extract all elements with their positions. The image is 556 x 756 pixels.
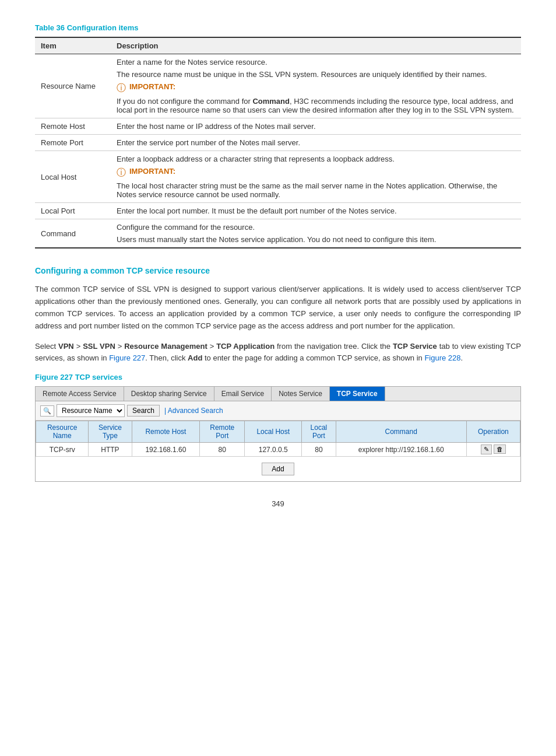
description-cell: Enter a loopback address or a character … (111, 151, 521, 203)
description-cell: Enter the service port number of the Not… (111, 135, 521, 151)
description-cell: Configure the command for the resource. … (111, 219, 521, 249)
figure-screenshot: Remote Access Service Desktop sharing Se… (35, 386, 521, 482)
tcp-section: Configuring a common TCP service resourc… (35, 266, 521, 482)
important-icon: ⓘ (117, 167, 126, 178)
desc-text: The local host character string must be … (117, 181, 515, 199)
important-label: IMPORTANT: (129, 82, 175, 91)
cell-local-port: 80 (302, 443, 336, 457)
page-number: 349 (35, 499, 521, 508)
cell-command: explorer http://192.168.1.60 (336, 443, 466, 457)
table-row: TCP-srv HTTP 192.168.1.60 80 127.0.0.5 8… (36, 443, 520, 457)
tab-remote-access-service[interactable]: Remote Access Service (36, 387, 124, 401)
important-label: IMPORTANT: (129, 167, 175, 176)
tab-email-service[interactable]: Email Service (214, 387, 272, 401)
col-local-port: LocalPort (302, 421, 336, 443)
table-row: Remote Port Enter the service port numbe… (35, 135, 521, 151)
desc-text: Enter a name for the Notes service resou… (117, 58, 515, 66)
col-header-description: Description (111, 37, 521, 54)
cell-local-host: 127.0.0.5 (245, 443, 302, 457)
tcp-services-table: ResourceName ServiceType Remote Host Rem… (36, 421, 520, 457)
advanced-search-link[interactable]: | Advanced Search (164, 407, 223, 415)
config-table: Item Description Resource Name Enter a n… (35, 37, 521, 249)
subsection-title: Configuring a common TCP service resourc… (35, 266, 521, 275)
table-row: Local Port Enter the local port number. … (35, 203, 521, 219)
figure-227-link[interactable]: Figure 227 (109, 354, 145, 362)
col-service-type: ServiceType (89, 421, 132, 443)
important-notice: ⓘ IMPORTANT: (117, 167, 515, 178)
desc-text: Configure the command for the resource. (117, 223, 515, 232)
search-dropdown[interactable]: Resource Name (57, 404, 125, 417)
table-row: Command Configure the command for the re… (35, 219, 521, 249)
item-label: Resource Name (35, 54, 111, 118)
tab-notes-service[interactable]: Notes Service (272, 387, 330, 401)
cell-remote-host: 192.168.1.60 (132, 443, 200, 457)
item-label: Local Host (35, 151, 111, 203)
table-section: Table 36 Configuration items Item Descri… (35, 23, 521, 249)
col-command: Command (336, 421, 466, 443)
table-row: Resource Name Enter a name for the Notes… (35, 54, 521, 118)
search-bar: 🔍 Resource Name Search | Advanced Search (36, 401, 520, 421)
tabs-bar: Remote Access Service Desktop sharing Se… (36, 387, 520, 401)
description-cell: Enter a name for the Notes service resou… (111, 54, 521, 118)
table-row: Local Host Enter a loopback address or a… (35, 151, 521, 203)
delete-button[interactable]: 🗑 (494, 444, 506, 454)
col-operation: Operation (466, 421, 520, 443)
col-remote-host: Remote Host (132, 421, 200, 443)
edit-button[interactable]: ✎ (481, 444, 492, 454)
search-icon: 🔍 (40, 405, 54, 416)
tab-desktop-sharing-service[interactable]: Desktop sharing Service (124, 387, 214, 401)
col-local-host: Local Host (245, 421, 302, 443)
table-row: Remote Host Enter the host name or IP ad… (35, 118, 521, 135)
item-label: Remote Port (35, 135, 111, 151)
col-remote-port: RemotePort (200, 421, 245, 443)
col-resource-name: ResourceName (36, 421, 89, 443)
cell-resource-name: TCP-srv (36, 443, 89, 457)
add-button[interactable]: Add (262, 463, 294, 475)
search-button[interactable]: Search (127, 405, 160, 416)
col-header-item: Item (35, 37, 111, 54)
desc-text: Enter a loopback address or a character … (117, 155, 515, 163)
body-paragraph-2: Select VPN > SSL VPN > Resource Manageme… (35, 341, 521, 365)
item-label: Remote Host (35, 118, 111, 135)
important-notice: ⓘ IMPORTANT: (117, 82, 515, 93)
desc-text: The resource name must be unique in the … (117, 70, 515, 79)
item-label: Command (35, 219, 111, 249)
description-cell: Enter the host name or IP address of the… (111, 118, 521, 135)
cell-operation: ✎ 🗑 (466, 443, 520, 457)
cell-remote-port: 80 (200, 443, 245, 457)
desc-text: If you do not configure the command for … (117, 97, 515, 114)
figure-228-link[interactable]: Figure 228 (424, 354, 460, 362)
description-cell: Enter the local port number. It must be … (111, 203, 521, 219)
figure-label: Figure 227 TCP services (35, 373, 521, 382)
tab-tcp-service[interactable]: TCP Service (330, 387, 385, 401)
body-paragraph-1: The common TCP service of SSL VPN is des… (35, 284, 521, 332)
desc-text: Users must manually start the Notes serv… (117, 235, 515, 244)
add-btn-row: Add (36, 457, 520, 481)
table-title: Table 36 Configuration items (35, 23, 521, 32)
item-label: Local Port (35, 203, 111, 219)
cell-service-type: HTTP (89, 443, 132, 457)
important-icon: ⓘ (117, 82, 126, 93)
